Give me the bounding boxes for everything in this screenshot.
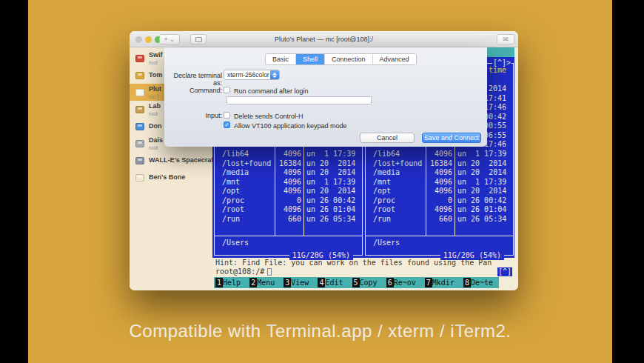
fkey-label: View: [291, 278, 309, 287]
stepper-arrows-icon: [270, 70, 279, 79]
scroll-up-button[interactable]: [^]: [497, 267, 512, 276]
file-name: /root: [373, 205, 395, 214]
feedback-button[interactable]: ✉: [497, 34, 514, 44]
fkey-edit[interactable]: 4Edit: [318, 278, 343, 287]
file-row[interactable]: /lib644096un 1 17:39: [215, 150, 362, 159]
shell-prompt-line[interactable]: root@108:/# [^]: [215, 267, 518, 277]
file-row[interactable]: /opt4096un 20 2014: [366, 187, 513, 196]
toggle-sidebar-button[interactable]: [190, 34, 207, 44]
file-row[interactable]: /media4096un 20 2014: [366, 168, 513, 178]
fkey-number: 2: [249, 278, 257, 287]
fkey-label: Edit: [325, 278, 343, 287]
close-button[interactable]: [135, 36, 142, 43]
file-row[interactable]: /mnt4096un 1 17:39: [366, 178, 513, 187]
sidebar-item-label: WALL-E's Spacecraft: [149, 157, 212, 164]
sidebar-item-text: WALL-E's Spacecraft: [149, 157, 212, 164]
connection-icon: [135, 55, 144, 62]
file-name: /run: [222, 215, 240, 224]
sidebar-item-label: Tom: [149, 72, 162, 79]
sidebar-item-label: Don: [149, 123, 162, 130]
file-row[interactable]: /opt4096un 20 2014: [215, 187, 362, 196]
file-row[interactable]: /lib644096un 1 17:39: [366, 150, 513, 159]
run-command-checkbox[interactable]: ✓: [224, 87, 230, 93]
caption-text: Compatible with Terminal.app / xterm / i…: [28, 321, 612, 342]
connection-icon: [135, 140, 144, 147]
selected-file-path: /Users: [373, 239, 400, 247]
fkey-copy[interactable]: 5Copy: [352, 278, 378, 287]
fkey-de~te[interactable]: 8De~te: [463, 278, 493, 287]
marketing-screenshot: Compatible with Terminal.app / xterm / i…: [0, 0, 644, 363]
fkey-label: De~te: [471, 278, 493, 287]
sidebar-item[interactable]: Ben's Bone: [130, 169, 212, 186]
sidebar-item-subtitle: mc [: [149, 94, 161, 99]
file-row[interactable]: /mnt4096un 1 17:39: [215, 178, 362, 187]
tab-shell[interactable]: Shell: [296, 54, 325, 64]
connection-settings-sheet: BasicShellConnectionAdvanced Declare ter…: [164, 47, 487, 147]
run-command-checkbox-label[interactable]: Run command after login: [234, 87, 309, 95]
file-size: 4096: [275, 187, 301, 196]
file-size: 4096: [426, 187, 452, 196]
file-name: /mnt: [373, 178, 391, 187]
terminal-type-select[interactable]: xterm-256color: [224, 70, 280, 80]
fkey-label: Mkdir: [432, 278, 455, 287]
delete-sends-checkbox[interactable]: ✓: [224, 112, 230, 119]
sidebar-item-label: Swif: [149, 52, 163, 59]
delete-sends-checkbox-label[interactable]: Delete sends Control-H: [234, 113, 303, 120]
file-size: 4096: [275, 178, 301, 187]
file-row[interactable]: /root4096un 26 01:04: [215, 205, 362, 215]
file-size: 4096: [426, 168, 452, 177]
input-label: Input:: [170, 112, 222, 119]
fkey-re~ov[interactable]: 6Re~ov: [386, 278, 416, 287]
file-row[interactable]: /run660un 26 05:34: [366, 215, 513, 224]
file-name: /mnt: [222, 178, 240, 187]
vt100-keypad-checkbox[interactable]: ✓: [224, 121, 230, 128]
tab-basic[interactable]: Basic: [266, 54, 296, 64]
tab-advanced[interactable]: Advanced: [373, 54, 416, 64]
file-name: /lib64: [373, 150, 400, 159]
file-size: 4096: [275, 150, 301, 159]
file-name: /opt: [222, 187, 240, 196]
fkey-number: 5: [352, 278, 360, 287]
file-name: /lost+found: [222, 159, 271, 168]
file-size: 16384: [426, 159, 452, 168]
file-size: 0: [275, 196, 301, 205]
file-name: /proc: [222, 196, 244, 205]
file-mtime: un 20 2014: [306, 159, 355, 168]
titlebar[interactable]: +⌄ Pluto's Planet — mc [root@108]:/ ✉: [130, 31, 518, 47]
sidebar-item-text: Ben's Bone: [149, 174, 185, 181]
sidebar-item-text: Daisroot: [149, 137, 163, 150]
file-row[interactable]: /lost+found16384un 20 2014: [366, 159, 513, 169]
panel-icon: [195, 37, 202, 42]
fkey-menu[interactable]: 2Menu: [249, 278, 275, 287]
plus-icon: +: [164, 36, 168, 43]
file-size: 0: [426, 196, 452, 205]
fkey-mkdir[interactable]: 7Mkdir: [425, 278, 455, 287]
file-mtime: un 1 17:39: [306, 150, 355, 159]
file-name: /lost+found: [373, 159, 422, 168]
file-row[interactable]: /run660un 26 05:34: [215, 215, 362, 224]
command-input[interactable]: [227, 96, 372, 104]
file-size: 4096: [426, 150, 452, 159]
file-size: 4096: [275, 205, 301, 214]
file-row[interactable]: /lost+found16384un 20 2014: [215, 159, 362, 169]
mc-hint-line: Hint: Find File: you can work on the fil…: [215, 259, 492, 267]
file-mtime: un 20 2014: [457, 168, 506, 177]
fkey-help[interactable]: 1Help: [215, 278, 241, 287]
vt100-keypad-checkbox-label[interactable]: Allow VT100 application keypad mode: [234, 122, 347, 130]
file-row[interactable]: /proc0un 26 00:42: [366, 196, 513, 206]
sidebar-item[interactable]: WALL-E's Spacecraft: [130, 152, 212, 169]
fkey-view[interactable]: 3View: [284, 278, 309, 287]
minimize-button[interactable]: [145, 36, 152, 43]
file-mtime: un 26 01:04: [457, 205, 506, 214]
sidebar-item-label: Ben's Bone: [149, 174, 185, 181]
declare-terminal-label: Declare terminal as:: [170, 72, 222, 87]
file-row[interactable]: /media4096un 20 2014: [215, 168, 362, 178]
cancel-button[interactable]: Cancel: [360, 133, 415, 143]
selected-file-path: /Users: [222, 239, 249, 247]
add-remove-connection-button[interactable]: +⌄: [159, 34, 180, 44]
file-mtime: un 1 17:39: [306, 178, 355, 187]
file-row[interactable]: /proc0un 26 00:42: [215, 196, 362, 206]
file-row[interactable]: /root4096un 26 01:04: [366, 205, 513, 215]
tab-connection[interactable]: Connection: [325, 54, 373, 64]
save-connect-button[interactable]: Save and Connect: [422, 133, 481, 143]
